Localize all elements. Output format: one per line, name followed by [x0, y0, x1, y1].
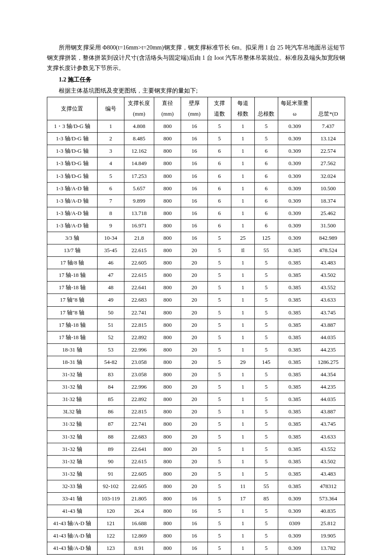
cell-permeter: 0.385: [278, 406, 311, 418]
cell-position: 13/7 轴: [47, 244, 98, 257]
cell-number: 7: [97, 195, 124, 207]
cell-number: 35-45: [97, 244, 124, 257]
cell-permeter: 0.385: [278, 381, 311, 393]
cell-sum: 13.124: [311, 133, 345, 145]
cell-lanes: 5: [208, 356, 231, 368]
cell-length: 22.815: [124, 406, 154, 418]
cell-diameter: 800: [154, 207, 181, 219]
cell-total: 5: [254, 517, 278, 530]
header-sum-top: [311, 97, 345, 108]
cell-diameter: 800: [154, 406, 181, 418]
cell-length: 22.741: [124, 306, 154, 319]
cell-thickness: 20: [181, 282, 208, 294]
table-row: 1・3 轴/D-G 轴14.808800165150.3097.437: [47, 120, 345, 133]
cell-total: 125: [254, 232, 278, 244]
table-row: 31-32 轴8822.683800205150.38543.633: [47, 430, 345, 443]
cell-total: 5: [254, 306, 278, 319]
cell-permeter: 0.385: [278, 356, 311, 368]
cell-sum: 44.354: [311, 369, 345, 381]
cell-total: 55: [254, 244, 278, 257]
cell-permeter: 0.309: [278, 492, 311, 505]
cell-diameter: 800: [154, 343, 181, 356]
cell-sum: 25.462: [311, 207, 345, 219]
cell-perlane: 25: [231, 232, 254, 244]
cell-perlane: 1: [231, 369, 254, 381]
cell-lanes: 5: [208, 381, 231, 393]
cell-length: 22.996: [124, 343, 154, 356]
cell-total: 6: [254, 157, 278, 170]
cell-permeter: 0.309: [278, 207, 311, 219]
cell-thickness: 16: [181, 170, 208, 182]
cell-position: 32-33 轴: [47, 480, 98, 492]
cell-thickness: 20: [181, 356, 208, 368]
cell-thickness: 20: [181, 319, 208, 331]
table-row: 41-43 轴/A-D 轴12212.869800165150.30919.90…: [47, 530, 345, 542]
cell-diameter: 800: [154, 170, 181, 182]
cell-diameter: 800: [154, 542, 181, 555]
cell-permeter: 0.309: [278, 133, 311, 145]
cell-thickness: 20: [181, 343, 208, 356]
cell-permeter: 0.385: [278, 393, 311, 406]
cell-total: 5: [254, 542, 278, 555]
cell-number: 86: [97, 406, 124, 418]
cell-thickness: 16: [181, 120, 208, 133]
cell-lanes: 5: [208, 406, 231, 418]
cell-number: 10-34: [97, 232, 124, 244]
cell-sum: 44.235: [311, 381, 345, 393]
table-row: 41-43 轴12026.4800165150.30940.835: [47, 505, 345, 517]
cell-diameter: 800: [154, 145, 181, 157]
cell-thickness: 20: [181, 418, 208, 430]
cell-perlane: 11: [231, 480, 254, 492]
cell-number: 4: [97, 157, 124, 170]
cell-number: 1: [97, 120, 124, 133]
table-row: 1-3 轴/A-D 轴813.718800166160.30925.462: [47, 207, 345, 219]
cell-thickness: 20: [181, 257, 208, 269]
cell-number: 8: [97, 207, 124, 219]
cell-diameter: 800: [154, 120, 181, 133]
table-row: 1-3 轴/A-D 轴79.899800166160.30918.374: [47, 195, 345, 207]
cell-position: 31-32 轴: [47, 443, 98, 455]
cell-lanes: 6: [208, 170, 231, 182]
cell-thickness: 16: [181, 195, 208, 207]
cell-position: 1-3 轴/D-G 轴: [47, 170, 98, 182]
cell-perlane: 1: [231, 195, 254, 207]
cell-length: 21.8: [124, 232, 154, 244]
cell-diameter: 800: [154, 369, 181, 381]
table-row: 31-32 轴9122.605800205150.38543.483: [47, 468, 345, 480]
cell-perlane: 1: [231, 455, 254, 468]
table-row: 1-3 轴/D-G 轴312.162800166160.30922.574: [47, 145, 345, 157]
cell-perlane: 1: [231, 207, 254, 219]
cell-diameter: 800: [154, 294, 181, 306]
cell-diameter: 800: [154, 269, 181, 282]
cell-total: 5: [254, 468, 278, 480]
cell-permeter: 0.309: [278, 505, 311, 517]
cell-position: 41-43 轴: [47, 505, 98, 517]
cell-number: 83: [97, 369, 124, 381]
cell-number: 89: [97, 443, 124, 455]
cell-number: 48: [97, 282, 124, 294]
cell-diameter: 800: [154, 319, 181, 331]
cell-perlane: 1: [231, 157, 254, 170]
cell-permeter: 0309: [278, 517, 311, 530]
table-row: 31·32 轴8522.892800205150.38544.035: [47, 393, 345, 406]
cell-length: 5.657: [124, 182, 154, 195]
cell-perlane: 1: [231, 257, 254, 269]
cell-length: 22.605: [124, 468, 154, 480]
table-row: 1-3 轴/A-D 轴916.971800166160.30931.500: [47, 219, 345, 232]
cell-lanes: 5: [208, 542, 231, 555]
cell-thickness: 20: [181, 244, 208, 257]
cell-thickness: 20: [181, 430, 208, 443]
cell-permeter: 0.385: [278, 418, 311, 430]
cell-position: 1-3 轴/D-G 轴: [47, 133, 98, 145]
cell-permeter: 0.309: [278, 542, 311, 555]
cell-number: 2: [97, 133, 124, 145]
cell-total: 5: [254, 381, 278, 393]
cell-perlane: 1: [231, 319, 254, 331]
cell-position: 17 轴/8 轴: [47, 257, 98, 269]
cell-position: 17 轴-18 轴: [47, 331, 98, 343]
table-row: 3/3 轴10-3421.8800165251250.309842.989: [47, 232, 345, 244]
cell-sum: 842.989: [311, 232, 345, 244]
cell-perlane: 1: [231, 294, 254, 306]
cell-total: 145: [254, 356, 278, 368]
cell-position: 17 轴-18 轴: [47, 269, 98, 282]
